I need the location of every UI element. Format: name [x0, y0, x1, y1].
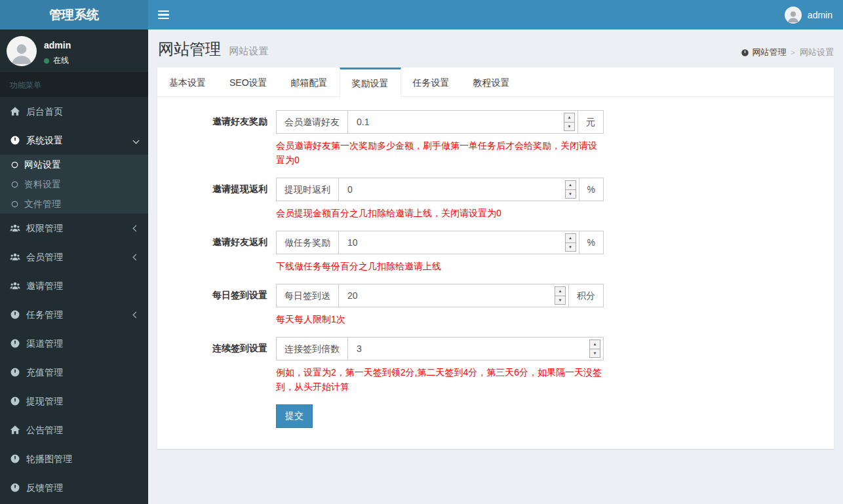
sidebar-subitem-profile-settings: 资料设置: [0, 174, 148, 194]
admin-page: 管理系统 admin admin 在线: [0, 0, 843, 504]
breadcrumb-separator: >: [791, 48, 795, 56]
spinner-down-button[interactable]: ▼: [564, 122, 574, 131]
sidebar-item-feedback: 反馈管理: [0, 473, 148, 502]
field-label: 每日签到设置: [167, 284, 267, 326]
content-header: 网站管理 网站设置 网站管理 > 网站设置: [148, 29, 843, 68]
user-menu[interactable]: admin: [774, 0, 843, 29]
unit-addon: %: [579, 178, 604, 201]
input-addon: 提现时返利: [276, 178, 339, 201]
tab-reward[interactable]: 奖励设置: [340, 68, 401, 98]
top-navbar: admin: [148, 0, 843, 29]
invite-friend-reward-input[interactable]: [348, 111, 578, 133]
reward-settings-form: 邀请好友奖励 会员邀请好友 ▲ ▼ 元: [157, 97, 834, 449]
home-icon: [10, 106, 20, 117]
sidebar-item-permissions: 权限管理: [0, 214, 148, 242]
help-text: 每天每人限制1次: [276, 312, 604, 326]
chevron-down-icon: [133, 137, 140, 144]
spinner-up-button[interactable]: ▲: [564, 113, 574, 122]
submit-row: 提交: [167, 404, 824, 428]
sidebar: admin 在线 功能菜单 后台首页 系统设置 网站设置: [0, 29, 148, 504]
gauge-icon: [741, 48, 749, 57]
sidebar-menu: 后台首页 系统设置 网站设置 资料设置 文件管理: [0, 97, 148, 502]
online-dot-icon: [44, 58, 49, 64]
number-spinner: ▲ ▼: [555, 286, 566, 305]
hamburger-icon: [158, 10, 169, 12]
sidebar-subitem-file-management: 文件管理: [0, 194, 148, 214]
user-avatar-icon: [785, 7, 802, 24]
tab-seo[interactable]: SEO设置: [218, 68, 279, 96]
breadcrumb: 网站管理 > 网站设置: [741, 47, 834, 58]
field-label: 邀请好友奖励: [167, 110, 267, 167]
sidebar-item-invites: 邀请管理: [0, 271, 148, 300]
help-text: 例如，设置为2，第一天签到领2分,第二天签到4分，第三天6分，如果隔一天没签到，…: [276, 365, 604, 394]
submit-button[interactable]: 提交: [276, 404, 313, 428]
page-subtitle: 网站设置: [229, 45, 268, 56]
consecutive-signin-row: 连续签到设置 连接签到倍数 ▲ ▼ 例如: [167, 337, 824, 394]
settings-tabs: 基本设置 SEO设置 邮箱配置 奖励设置 任务设置 教程设置: [157, 68, 834, 97]
unit-addon: 元: [578, 110, 604, 134]
help-text: 下线做任务每份百分之几扣除给邀请上线: [276, 259, 604, 273]
invite-friend-reward-row: 邀请好友奖励 会员邀请好友 ▲ ▼ 元: [167, 110, 824, 167]
app-logo[interactable]: 管理系统: [0, 0, 148, 29]
app-title: 管理系统: [49, 7, 99, 24]
users-icon: [10, 223, 20, 233]
chevron-left-icon: [133, 311, 140, 318]
withdraw-rebate-input[interactable]: [339, 178, 579, 201]
gauge-icon: [10, 454, 20, 464]
sidebar-item-recharge: 充值管理: [0, 358, 148, 387]
spinner-down-button[interactable]: ▼: [555, 296, 565, 305]
spinner-up-button[interactable]: ▲: [566, 181, 576, 189]
input-addon: 连接签到倍数: [276, 337, 348, 360]
daily-signin-row: 每日签到设置 每日签到送 ▲ ▼ 积分: [167, 284, 824, 326]
spinner-up-button[interactable]: ▲: [566, 234, 576, 242]
sidebar-item-carousel: 轮播图管理: [0, 444, 148, 473]
withdraw-rebate-row: 邀请提现返利 提现时返利 ▲ ▼ %: [167, 178, 824, 220]
sidebar-item-announcements: 公告管理: [0, 416, 148, 444]
spinner-down-button[interactable]: ▼: [566, 242, 576, 252]
field-label: 邀请提现返利: [167, 178, 267, 220]
main-content: 网站管理 网站设置 网站管理 > 网站设置 基本设置 SEO设置 邮箱配置 奖励…: [148, 29, 843, 504]
sidebar-item-system-settings: 系统设置 网站设置 资料设置 文件管理: [0, 126, 148, 214]
breadcrumb-root-link[interactable]: 网站管理: [741, 47, 787, 58]
input-addon: 做任务奖励: [276, 231, 339, 254]
navbar-username: admin: [808, 10, 833, 20]
tab-basic[interactable]: 基本设置: [157, 68, 218, 96]
gauge-icon: [10, 309, 20, 320]
online-label: 在线: [53, 55, 69, 66]
tab-tutorial[interactable]: 教程设置: [461, 68, 522, 96]
chevron-left-icon: [133, 254, 140, 260]
number-spinner: ▲ ▼: [565, 233, 576, 252]
field-label: 连续签到设置: [167, 337, 267, 394]
gauge-icon: [10, 135, 20, 145]
spinner-up-button[interactable]: ▲: [590, 340, 600, 349]
tab-task[interactable]: 任务设置: [401, 68, 461, 96]
sidebar-user-status[interactable]: 在线: [44, 55, 71, 66]
home-icon: [10, 425, 20, 435]
task-rebate-input[interactable]: [339, 231, 579, 254]
sidebar-section-label: 功能菜单: [0, 72, 148, 97]
gauge-icon: [10, 338, 20, 349]
sidebar-toggle-button[interactable]: [148, 0, 178, 29]
daily-signin-input[interactable]: [339, 284, 568, 307]
tab-email[interactable]: 邮箱配置: [279, 68, 340, 96]
spinner-down-button[interactable]: ▼: [590, 349, 600, 358]
unit-addon: 积分: [568, 284, 604, 307]
number-spinner: ▲ ▼: [565, 180, 576, 199]
spinner-up-button[interactable]: ▲: [555, 287, 565, 296]
sidebar-item-channels: 渠道管理: [0, 329, 148, 358]
help-text: 会员邀请好友第一次奖励多少金额，刷手做第一单任务后才会给奖励，关闭请设置为0: [276, 138, 604, 167]
circle-o-icon: [10, 200, 19, 208]
task-rebate-row: 邀请好友返利 做任务奖励 ▲ ▼ %: [167, 231, 824, 273]
sidebar-subitem-site-settings: 网站设置: [0, 155, 148, 174]
breadcrumb-current: 网站设置: [800, 47, 834, 58]
users-icon: [10, 281, 20, 291]
circle-o-icon: [10, 180, 19, 189]
sidebar-item-home: 后台首页: [0, 97, 148, 126]
sidebar-item-tasks: 任务管理: [0, 300, 148, 329]
consecutive-signin-input[interactable]: [348, 338, 603, 360]
sidebar-user-name: admin: [44, 40, 71, 50]
gauge-icon: [10, 482, 20, 493]
help-text: 会员提现金额百分之几扣除给邀请上线，关闭请设置为0: [276, 206, 604, 220]
number-spinner: ▲ ▼: [564, 113, 575, 131]
spinner-down-button[interactable]: ▼: [566, 189, 576, 199]
